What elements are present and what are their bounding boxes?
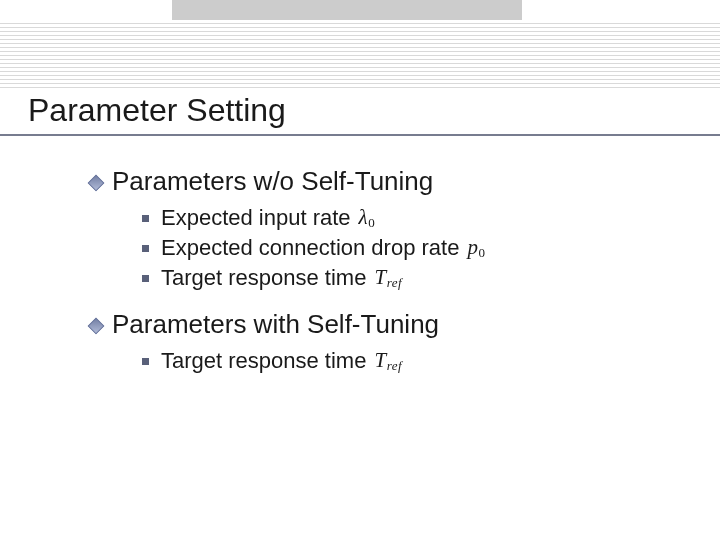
square-bullet-icon [142,215,149,222]
symbol-base: T [374,348,386,372]
symbol-base: λ [359,205,369,229]
item-text: Expected input rate [161,205,351,231]
diamond-bullet-icon [88,174,105,191]
list-item: Expected input rate λ0 [142,205,485,231]
symbol-sub: ref [387,358,402,373]
item-text: Expected connection drop rate [161,235,459,261]
symbol-sub: 0 [368,215,375,230]
list-item: Target response time Tref [142,265,485,291]
sublist: Target response time Tref [142,348,485,374]
list-item: Target response time Tref [142,348,485,374]
section-heading-text: Parameters with Self-Tuning [112,309,439,340]
math-symbol: p0 [467,235,485,261]
symbol-base: T [374,265,386,289]
item-text: Target response time [161,348,366,374]
diamond-bullet-icon [88,317,105,334]
decorative-ruled-area [0,20,720,88]
square-bullet-icon [142,275,149,282]
title-underline [0,134,720,136]
slide-content: Parameters w/o Self-Tuning Expected inpu… [90,166,485,392]
slide-title: Parameter Setting [28,92,286,129]
math-symbol: Tref [374,265,402,291]
symbol-sub: 0 [478,245,485,260]
section-heading-text: Parameters w/o Self-Tuning [112,166,433,197]
symbol-sub: ref [387,275,402,290]
square-bullet-icon [142,358,149,365]
sublist: Expected input rate λ0 Expected connecti… [142,205,485,291]
math-symbol: λ0 [359,205,376,231]
section-heading: Parameters w/o Self-Tuning [90,166,485,197]
math-symbol: Tref [374,348,402,374]
square-bullet-icon [142,245,149,252]
symbol-base: p [467,235,478,259]
item-text: Target response time [161,265,366,291]
decorative-top-band [172,0,522,20]
section-heading: Parameters with Self-Tuning [90,309,485,340]
list-item: Expected connection drop rate p0 [142,235,485,261]
